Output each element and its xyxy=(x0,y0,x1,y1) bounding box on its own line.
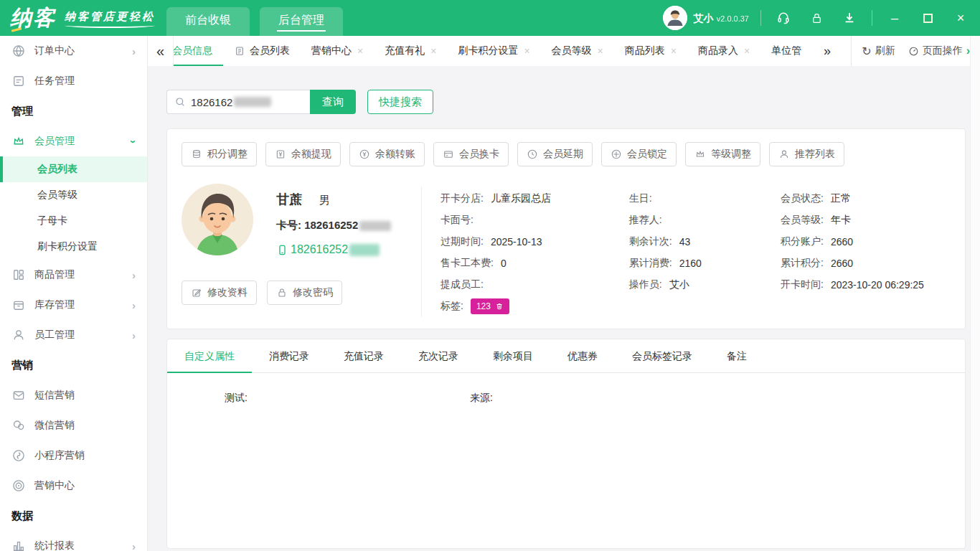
close-tab-icon[interactable]: × xyxy=(598,45,603,57)
custom-attributes-panel: 测试: 来源: xyxy=(167,373,965,405)
sidebar-item-staff-management[interactable]: 员工管理 › xyxy=(0,320,147,350)
mail-icon xyxy=(11,388,26,402)
records-tab-tag-records[interactable]: 会员标签记录 xyxy=(615,339,710,372)
member-records-card: 自定义属性 消费记录 充值记录 充次记录 剩余项目 优惠券 会员标签记录 备注 … xyxy=(166,339,966,549)
detail-row: 售卡工本费:0 xyxy=(440,253,629,274)
records-tab-remaining-items[interactable]: 剩余项目 xyxy=(476,339,550,372)
support-headset-icon[interactable] xyxy=(773,7,794,29)
search-value: 1826162 xyxy=(191,96,232,108)
member-identity-top: 甘蔗 男 卡号: 182616252 1826 xyxy=(182,184,420,256)
edit-icon xyxy=(191,287,202,298)
brand-area: 纳客 纳客管店更轻松 xyxy=(0,0,166,36)
page-tab-recharge-gift[interactable]: 充值有礼 × xyxy=(374,36,447,66)
tag-value: 123 xyxy=(476,301,491,311)
level-adjust-button[interactable]: 等级调整 xyxy=(685,142,760,166)
sidebar-item-statistics-reports[interactable]: 统计报表 › xyxy=(0,531,147,551)
query-button[interactable]: 查询 xyxy=(310,90,356,114)
page-tab-marketing-center[interactable]: 营销中心 × xyxy=(301,36,374,66)
page-tab-member-level[interactable]: 会员等级 × xyxy=(541,36,614,66)
member-avatar xyxy=(182,184,253,255)
edit-password-button[interactable]: 修改密码 xyxy=(267,281,342,305)
sidebar-item-order-center[interactable]: 订单中心 › xyxy=(0,36,147,66)
tagline-text: 纳客管店更轻松 xyxy=(65,10,155,24)
page-operations-button[interactable]: 页面操作 › xyxy=(908,44,970,57)
expand-tabs-button[interactable]: » xyxy=(812,36,842,66)
sidebar-section-data: 数据 xyxy=(0,501,147,531)
page-tab-unit-management-truncated[interactable]: 单位管 xyxy=(760,36,812,66)
sidebar: 订单中心 › 任务管理 管理 会员管理 › 会员列表 会员等级 子母卡 刷卡积分… xyxy=(0,36,148,551)
maximize-button[interactable] xyxy=(917,7,938,29)
records-tab-recharge[interactable]: 充值记录 xyxy=(326,339,401,372)
custom-field-source: 来源: xyxy=(470,392,712,405)
close-tab-icon[interactable]: × xyxy=(357,45,363,57)
page-tab-product-entry[interactable]: 商品录入 × xyxy=(687,36,760,66)
globe-icon xyxy=(11,44,26,58)
points-adjust-button[interactable]: 积分调整 xyxy=(182,142,257,166)
sidebar-item-member-level[interactable]: 会员等级 xyxy=(0,182,147,208)
member-lock-button[interactable]: 会员锁定 xyxy=(601,142,677,166)
user-info[interactable]: 艾小 v2.0.0.37 xyxy=(663,6,749,30)
sidebar-item-wechat-marketing[interactable]: 微信营销 xyxy=(0,410,147,441)
balance-withdraw-button[interactable]: 余额提现 xyxy=(265,142,341,166)
records-tabbar: 自定义属性 消费记录 充值记录 充次记录 剩余项目 优惠券 会员标签记录 备注 xyxy=(167,339,965,373)
close-tab-icon[interactable]: × xyxy=(671,45,677,57)
main-area: « 会员信息 会员列表 营销中心 × 充值有礼 × 刷卡积分设置 xyxy=(148,36,980,551)
sidebar-item-parent-child-card[interactable]: 子母卡 xyxy=(0,208,147,234)
sidebar-item-sms-marketing[interactable]: 短信营销 xyxy=(0,380,147,410)
records-tab-coupons[interactable]: 优惠券 xyxy=(550,339,615,372)
collapse-sidebar-button[interactable]: « xyxy=(148,36,174,66)
sidebar-item-marketing-center[interactable]: 营销中心 xyxy=(0,471,147,501)
close-tab-icon[interactable]: × xyxy=(524,45,529,57)
balance-transfer-button[interactable]: 余额转账 xyxy=(349,142,425,166)
nav-tab-front-cashier[interactable]: 前台收银 xyxy=(166,7,250,36)
records-tab-consumption[interactable]: 消费记录 xyxy=(252,339,326,372)
member-extend-button[interactable]: 会员延期 xyxy=(517,142,593,166)
member-details-grid: 开卡分店:儿童乐园总店 卡面号: 过期时间:2025-10-13 售卡工本费:0… xyxy=(440,184,951,317)
sidebar-item-swipe-points-settings[interactable]: 刷卡积分设置 xyxy=(0,234,147,260)
member-identity-block: 甘蔗 男 卡号: 182616252 1826 xyxy=(182,184,420,317)
page-tab-product-list[interactable]: 商品列表 × xyxy=(614,36,687,66)
coins-icon xyxy=(191,149,202,160)
records-tab-recharge-times[interactable]: 充次记录 xyxy=(401,339,476,372)
miniprogram-icon xyxy=(11,448,26,463)
close-tab-icon[interactable]: × xyxy=(744,45,750,57)
detail-row: 操作员:艾小 xyxy=(629,274,781,296)
refresh-icon: ↻ xyxy=(862,44,871,58)
page-tab-member-list[interactable]: 会员列表 xyxy=(223,36,301,66)
edit-profile-button[interactable]: 修改资料 xyxy=(182,281,257,305)
user-name: 艾小 xyxy=(693,12,713,24)
detail-row: 卡面号: xyxy=(440,209,629,231)
close-window-button[interactable]: × xyxy=(950,7,971,29)
chevron-right-icon: › xyxy=(132,45,136,57)
maximize-icon xyxy=(923,14,933,23)
records-tab-remarks[interactable]: 备注 xyxy=(710,339,764,372)
change-card-button[interactable]: 会员换卡 xyxy=(433,142,509,166)
inventory-icon xyxy=(11,298,26,312)
sidebar-item-member-list[interactable]: 会员列表 xyxy=(0,156,147,182)
redacted-card-digits xyxy=(359,221,391,231)
brand-tagline: 纳客管店更轻松 xyxy=(65,9,155,28)
nav-tab-backend-admin[interactable]: 后台管理 xyxy=(260,7,343,36)
quick-search-button[interactable]: 快捷搜索 xyxy=(367,90,433,114)
sidebar-item-product-management[interactable]: 商品管理 › xyxy=(0,260,147,290)
trash-icon[interactable] xyxy=(495,302,504,311)
page-tab-swipe-points[interactable]: 刷卡积分设置 × xyxy=(447,36,540,66)
records-tab-custom-attributes[interactable]: 自定义属性 xyxy=(167,339,252,372)
sidebar-item-task-management[interactable]: 任务管理 xyxy=(0,66,147,96)
sidebar-item-miniprogram-marketing[interactable]: 小程序营销 xyxy=(0,441,147,471)
search-input[interactable]: 1826162 xyxy=(166,90,310,114)
minimize-button[interactable]: – xyxy=(884,7,905,29)
vertical-scrollbar[interactable] xyxy=(970,36,980,551)
download-icon[interactable] xyxy=(839,7,860,29)
member-tag-badge[interactable]: 123 xyxy=(471,298,509,314)
refresh-button[interactable]: ↻ 刷新 xyxy=(862,44,895,58)
sidebar-item-inventory-management[interactable]: 库存管理 › xyxy=(0,290,147,320)
referral-list-button[interactable]: 推荐列表 xyxy=(769,142,844,166)
chevron-right-icon: › xyxy=(132,299,136,311)
member-tag-row: 标签: 123 xyxy=(440,296,629,317)
lock-screen-icon[interactable] xyxy=(806,7,827,29)
user-text: 艾小 v2.0.0.37 xyxy=(693,11,749,24)
sidebar-item-member-management[interactable]: 会员管理 › xyxy=(0,126,147,156)
lock-icon xyxy=(276,287,288,298)
close-tab-icon[interactable]: × xyxy=(430,45,436,57)
